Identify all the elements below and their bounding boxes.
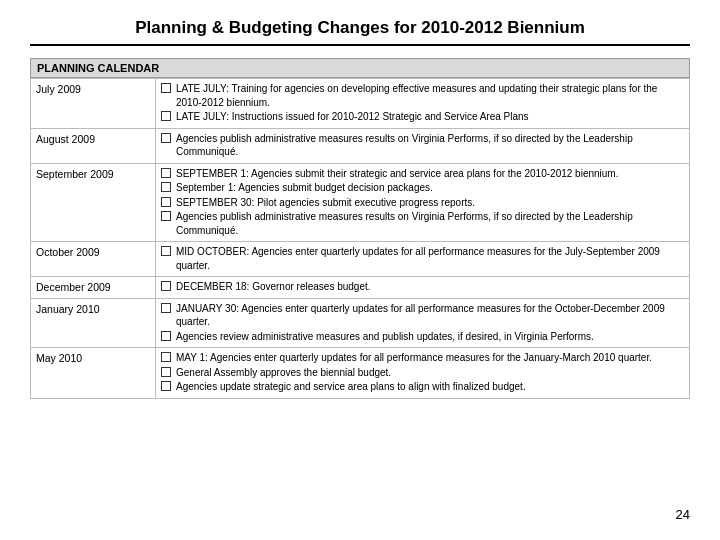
item-text: General Assembly approves the biennial b…: [176, 366, 684, 380]
checkbox-icon: [161, 111, 171, 121]
item-text: LATE JULY: Training for agencies on deve…: [176, 82, 684, 109]
table-row: August 2009Agencies publish administrati…: [31, 128, 690, 163]
items-cell: DECEMBER 18: Governor releases budget.: [156, 277, 690, 299]
section-header-cell: PLANNING CALENDAR: [31, 59, 690, 78]
month-cell: December 2009: [31, 277, 156, 299]
planning-rows-table: July 2009LATE JULY: Training for agencie…: [30, 78, 690, 399]
list-item: SEPTEMBER 1: Agencies submit their strat…: [161, 167, 684, 181]
list-item: DECEMBER 18: Governor releases budget.: [161, 280, 684, 294]
checkbox-icon: [161, 211, 171, 221]
items-cell: LATE JULY: Training for agencies on deve…: [156, 79, 690, 129]
items-cell: Agencies publish administrative measures…: [156, 128, 690, 163]
items-cell: MAY 1: Agencies enter quarterly updates …: [156, 348, 690, 399]
title-section: Planning & Budgeting Changes for 2010-20…: [30, 18, 690, 46]
table-row: January 2010JANUARY 30: Agencies enter q…: [31, 298, 690, 348]
item-text: DECEMBER 18: Governor releases budget.: [176, 280, 684, 294]
checkbox-icon: [161, 83, 171, 93]
table-row: May 2010MAY 1: Agencies enter quarterly …: [31, 348, 690, 399]
month-cell: May 2010: [31, 348, 156, 399]
list-item: Agencies publish administrative measures…: [161, 132, 684, 159]
item-text: SEPTEMBER 30: Pilot agencies submit exec…: [176, 196, 684, 210]
month-cell: August 2009: [31, 128, 156, 163]
item-text: LATE JULY: Instructions issued for 2010-…: [176, 110, 684, 124]
list-item: JANUARY 30: Agencies enter quarterly upd…: [161, 302, 684, 329]
list-item: LATE JULY: Instructions issued for 2010-…: [161, 110, 684, 124]
month-cell: January 2010: [31, 298, 156, 348]
items-cell: SEPTEMBER 1: Agencies submit their strat…: [156, 163, 690, 242]
item-text: Agencies publish administrative measures…: [176, 210, 684, 237]
month-cell: September 2009: [31, 163, 156, 242]
item-text: MID OCTOBER: Agencies enter quarterly up…: [176, 245, 684, 272]
checkbox-icon: [161, 381, 171, 391]
checkbox-icon: [161, 367, 171, 377]
table-row: September 2009SEPTEMBER 1: Agencies subm…: [31, 163, 690, 242]
item-text: Agencies publish administrative measures…: [176, 132, 684, 159]
list-item: Agencies update strategic and service ar…: [161, 380, 684, 394]
items-cell: MID OCTOBER: Agencies enter quarterly up…: [156, 242, 690, 277]
month-cell: July 2009: [31, 79, 156, 129]
table-row: October 2009MID OCTOBER: Agencies enter …: [31, 242, 690, 277]
item-text: Agencies review administrative measures …: [176, 330, 684, 344]
checkbox-icon: [161, 331, 171, 341]
list-item: LATE JULY: Training for agencies on deve…: [161, 82, 684, 109]
items-cell: JANUARY 30: Agencies enter quarterly upd…: [156, 298, 690, 348]
checkbox-icon: [161, 352, 171, 362]
item-text: SEPTEMBER 1: Agencies submit their strat…: [176, 167, 684, 181]
list-item: Agencies review administrative measures …: [161, 330, 684, 344]
list-item: September 1: Agencies submit budget deci…: [161, 181, 684, 195]
table-row: December 2009DECEMBER 18: Governor relea…: [31, 277, 690, 299]
checkbox-icon: [161, 303, 171, 313]
month-cell: October 2009: [31, 242, 156, 277]
list-item: Agencies publish administrative measures…: [161, 210, 684, 237]
list-item: SEPTEMBER 30: Pilot agencies submit exec…: [161, 196, 684, 210]
page: Planning & Budgeting Changes for 2010-20…: [0, 0, 720, 540]
checkbox-icon: [161, 197, 171, 207]
checkbox-icon: [161, 246, 171, 256]
list-item: MAY 1: Agencies enter quarterly updates …: [161, 351, 684, 365]
planning-calendar-table: PLANNING CALENDAR: [30, 58, 690, 78]
table-wrapper: PLANNING CALENDAR July 2009LATE JULY: Tr…: [30, 58, 690, 501]
item-text: JANUARY 30: Agencies enter quarterly upd…: [176, 302, 684, 329]
checkbox-icon: [161, 182, 171, 192]
table-row: July 2009LATE JULY: Training for agencie…: [31, 79, 690, 129]
page-title: Planning & Budgeting Changes for 2010-20…: [135, 18, 585, 37]
item-text: September 1: Agencies submit budget deci…: [176, 181, 684, 195]
table-section-header: PLANNING CALENDAR: [31, 59, 690, 78]
page-number: 24: [30, 501, 690, 522]
checkbox-icon: [161, 168, 171, 178]
list-item: MID OCTOBER: Agencies enter quarterly up…: [161, 245, 684, 272]
checkbox-icon: [161, 133, 171, 143]
list-item: General Assembly approves the biennial b…: [161, 366, 684, 380]
item-text: MAY 1: Agencies enter quarterly updates …: [176, 351, 684, 365]
item-text: Agencies update strategic and service ar…: [176, 380, 684, 394]
checkbox-icon: [161, 281, 171, 291]
